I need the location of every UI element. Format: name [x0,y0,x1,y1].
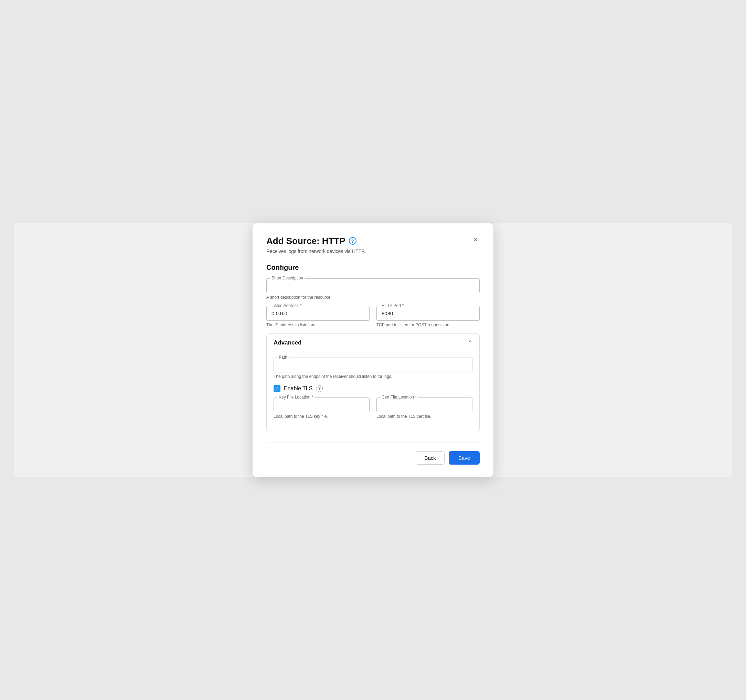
path-group: Path The path along the endpoint the rec… [274,358,472,379]
modal-title: Add Source: HTTP [266,236,346,247]
cert-file-input[interactable] [377,398,472,412]
configure-section: Configure Short Description A short desc… [266,263,480,327]
tls-files-row: Key File Location * Local path to the TL… [274,397,472,419]
save-button[interactable]: Save [449,451,480,465]
back-button[interactable]: Back [416,451,444,465]
enable-tls-label: Enable TLS [284,385,313,391]
http-port-hint: TCP port to listen for POST requests on. [376,322,480,327]
check-icon: ✓ [275,386,279,391]
key-file-hint: Local path to the TLS key file. [274,414,370,419]
http-port-group: HTTP Port * TCP port to listen for POST … [376,306,480,327]
enable-tls-checkbox[interactable]: ✓ [274,385,280,392]
configure-heading: Configure [266,263,480,271]
advanced-header[interactable]: Advanced ⌃ [267,334,479,352]
advanced-heading: Advanced [274,339,301,346]
short-description-group: Short Description A short description fo… [266,278,480,300]
key-file-wrapper: Key File Location * [274,397,370,412]
short-description-input[interactable] [267,279,479,293]
modal-footer: Back Save [266,443,480,465]
modal-header: Add Source: HTTP ? Receives logs from ne… [266,236,480,254]
modal-subtitle: Receives logs from network devices via H… [266,248,365,254]
http-port-wrapper: HTTP Port * [376,306,480,321]
modal-title-area: Add Source: HTTP ? Receives logs from ne… [266,236,365,254]
close-button[interactable]: × [471,235,480,244]
path-hint: The path along the endpoint the receiver… [274,374,472,379]
help-icon[interactable]: ? [349,237,356,245]
listen-address-wrapper: Listen Address * [266,306,370,321]
modal-container: Add Source: HTTP ? Receives logs from ne… [253,223,493,477]
http-port-input[interactable] [377,306,479,321]
advanced-content: Path The path along the endpoint the rec… [267,352,479,432]
cert-file-wrapper: Cert File Location * [376,397,472,412]
tls-help-icon[interactable]: ? [316,385,323,392]
address-port-row: Listen Address * The IP address to liste… [266,306,480,327]
key-file-group: Key File Location * Local path to the TL… [274,397,370,419]
enable-tls-row: ✓ Enable TLS ? [274,385,472,392]
path-wrapper: Path [274,358,472,372]
listen-address-hint: The IP address to listen on. [266,322,370,327]
advanced-section: Advanced ⌃ Path The path along the endpo… [266,333,480,432]
path-input[interactable] [274,358,472,372]
chevron-up-icon: ⌃ [468,339,472,346]
listen-address-input[interactable] [267,306,369,321]
listen-address-group: Listen Address * The IP address to liste… [266,306,370,327]
cert-file-group: Cert File Location * Local path to the T… [376,397,472,419]
short-description-wrapper: Short Description [266,278,480,293]
short-description-hint: A short description for the resource [266,295,480,300]
cert-file-hint: Local path to the TLS cert file. [376,414,472,419]
key-file-input[interactable] [274,398,369,412]
